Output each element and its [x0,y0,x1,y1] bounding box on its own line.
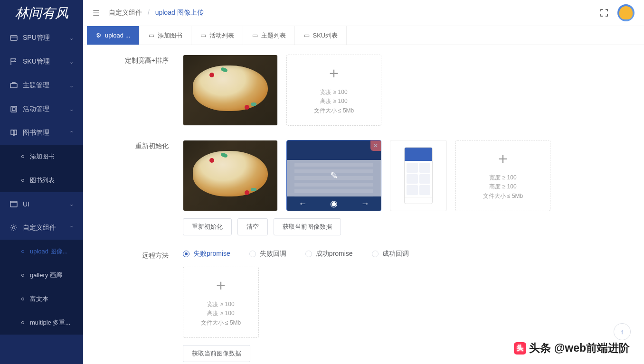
tab-add-book[interactable]: ▭添加图书 [140,26,191,45]
radio-success-promise[interactable]: 成功promise [305,250,353,258]
upload-image-c[interactable] [390,140,447,211]
sidebar-label: gallery 画廊 [30,271,74,280]
sidebar-item-book[interactable]: 图书管理 ⌃ [0,121,83,145]
radio-label: 失败回调 [260,250,286,258]
list-icon: ▭ [303,32,310,39]
chevron-up-icon: ⌃ [69,225,74,231]
sidebar-label: 添加图书 [30,152,74,161]
sidebar-label: 活动管理 [23,105,69,113]
upload-add-slot[interactable]: + 宽度 ≥ 100 高度 ≥ 100 文件大小 ≤ 5Mb [455,140,550,211]
plus-icon: + [329,65,339,81]
upload-image-b-active[interactable]: ✕ ✎ ← ◉ → [286,140,381,211]
get-data-button[interactable]: 获取当前图像数据 [183,345,250,362]
sidebar-item-ui[interactable]: UI ⌄ [0,192,83,216]
radio-circle-icon [305,251,312,257]
flag-icon [9,57,18,66]
book-icon: ▭ [148,32,155,39]
sidebar-item-sku[interactable]: SKU管理 ⌄ [0,50,83,74]
sidebar-menu: SPU管理 ⌄ SKU管理 ⌄ 主题管理 ⌄ 活动管理 ⌄ 图书管理 ⌃ [0,26,83,364]
tab-upload[interactable]: ⚙upload ... [87,26,140,45]
radio-circle-icon [372,251,379,257]
tab-label: upload ... [105,32,131,39]
activity-icon [9,105,18,113]
section-label: 重新初始化 [97,140,183,235]
sidebar-item-custom[interactable]: 自定义组件 ⌃ [0,216,83,240]
sidebar: 林间有风 SPU管理 ⌄ SKU管理 ⌄ 主题管理 ⌄ 活动管理 ⌄ [0,0,83,364]
bullet-icon [21,155,24,158]
breadcrumb-root[interactable]: 自定义组件 [109,9,142,16]
logo: 林间有风 [0,0,83,26]
sidebar-label: 自定义组件 [23,224,69,232]
arrow-left-icon[interactable]: ← [298,199,307,209]
tab-sku-list[interactable]: ▭SKU列表 [295,26,347,45]
radio-fail-promise[interactable]: 失败promise [183,250,230,258]
radio-label: 成功promise [316,250,353,258]
radio-group-remote: 失败promise 失败回调 成功promise 成功回调 [183,250,630,258]
tab-label: 添加图书 [158,31,182,40]
avatar[interactable] [617,4,635,21]
chevron-down-icon: ⌄ [69,59,74,65]
breadcrumb-current: upload 图像上传 [155,9,204,16]
hint-size: 文件大小 ≤ 5Mb [201,318,241,327]
breadcrumb-separator: / [148,9,150,16]
get-data-button[interactable]: 获取当前图像数据 [274,218,341,235]
edit-icon[interactable]: ✎ [330,170,338,181]
submenu-book: 添加图书 图书列表 [0,145,83,192]
sidebar-subitem-upload[interactable]: upload 图像... [0,240,83,263]
upload-add-slot[interactable]: + 宽度 ≥ 100 高度 ≥ 100 文件大小 ≤ 5Mb [183,267,259,338]
radio-fail-callback[interactable]: 失败回调 [249,250,286,258]
svg-rect-3 [12,108,15,111]
header: ☰ 自定义组件 / upload 图像上传 [83,0,644,26]
collapse-sidebar-button[interactable]: ☰ [93,9,99,18]
svg-rect-1 [10,84,17,88]
radio-label: 失败promise [193,250,230,258]
svg-rect-2 [11,106,17,112]
ui-icon [9,200,18,208]
upload-add-slot[interactable]: + 宽度 ≥ 100 高度 ≥ 100 文件大小 ≤ 5Mb [286,55,381,126]
section-reinit: 重新初始化 ✕ ✎ ← ◉ → [97,140,630,235]
main: ☰ 自定义组件 / upload 图像上传 ⚙upload ... ▭添加图书 … [83,0,644,364]
sidebar-label: 主题管理 [23,81,69,90]
sidebar-label: multiple 多重... [30,318,74,327]
plus-icon: + [498,150,508,167]
chevron-down-icon: ⌄ [69,201,74,207]
submenu-custom: upload 图像... gallery 画廊 富文本 multiple 多重.… [0,240,83,335]
list-icon: ▭ [252,32,258,39]
sidebar-subitem-book-list[interactable]: 图书列表 [0,168,83,192]
reinit-button[interactable]: 重新初始化 [183,218,232,235]
radio-success-callback[interactable]: 成功回调 [372,250,409,258]
tab-theme-list[interactable]: ▭主题列表 [243,26,295,45]
hint-width: 宽度 ≥ 100 [483,173,523,182]
sidebar-subitem-add-book[interactable]: 添加图书 [0,145,83,168]
chevron-down-icon: ⌄ [69,83,74,89]
sidebar-subitem-multiple[interactable]: multiple 多重... [0,311,83,335]
upload-image-1[interactable] [183,55,278,126]
upload-image-a[interactable] [183,140,278,211]
svg-rect-0 [10,36,17,40]
sidebar-subitem-richtext[interactable]: 富文本 [0,287,83,311]
arrow-right-icon[interactable]: → [361,199,369,209]
sidebar-label: 图书列表 [30,176,74,185]
content: 定制宽高+排序 + 宽度 ≥ 100 高度 ≥ 100 文件大小 ≤ 5Mb [83,45,644,364]
sidebar-item-spu[interactable]: SPU管理 ⌄ [0,26,83,50]
fullscreen-icon[interactable] [599,8,609,18]
clear-button[interactable]: 清空 [237,218,268,235]
list-icon: ▭ [200,32,207,39]
sidebar-item-activity[interactable]: 活动管理 ⌄ [0,97,83,121]
sidebar-subitem-gallery[interactable]: gallery 画廊 [0,263,83,287]
upload-hints: 宽度 ≥ 100 高度 ≥ 100 文件大小 ≤ 5Mb [201,300,241,327]
header-actions [599,4,635,21]
sidebar-item-theme[interactable]: 主题管理 ⌄ [0,74,83,97]
box-icon [9,34,18,42]
hint-size: 文件大小 ≤ 5Mb [314,106,354,115]
eye-icon[interactable]: ◉ [330,198,338,209]
upload-hints: 宽度 ≥ 100 高度 ≥ 100 文件大小 ≤ 5Mb [314,88,354,115]
upload-hints: 宽度 ≥ 100 高度 ≥ 100 文件大小 ≤ 5Mb [483,173,523,201]
hint-height: 高度 ≥ 100 [483,182,523,191]
theme-icon [9,81,18,90]
chevron-up-icon: ⌃ [69,130,74,136]
chevron-down-icon: ⌄ [69,106,74,112]
radio-circle-icon [183,251,189,257]
tab-activity-list[interactable]: ▭活动列表 [191,26,243,45]
scroll-top-button[interactable]: ↑ [614,323,631,340]
